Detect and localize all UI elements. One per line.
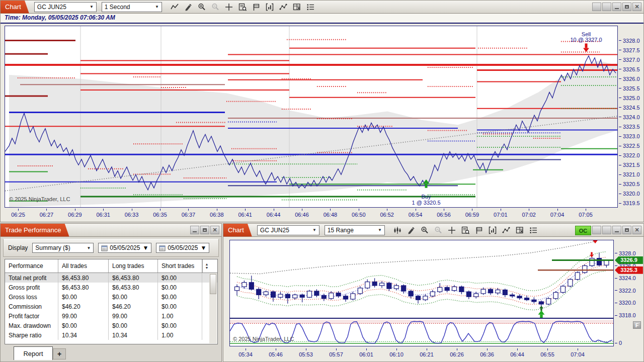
indicators-icon[interactable] [486, 225, 500, 236]
table-row[interactable]: Profit factor99.0099.001.00 [5, 311, 217, 321]
minimize-button[interactable] [612, 226, 621, 234]
strategies-icon[interactable] [277, 2, 290, 13]
price-tick-label: 3320.5 [619, 181, 640, 187]
add-tab-button[interactable]: + [53, 348, 66, 359]
price-tick-label: 3327.0 [619, 57, 640, 63]
chart-style-line-icon[interactable] [168, 2, 182, 13]
properties-list-icon[interactable] [304, 2, 317, 13]
table-row[interactable]: Gross profit$6,453.80$6,453.80$0.00 [5, 283, 217, 292]
pencil-icon[interactable] [182, 2, 195, 13]
column-header[interactable]: All trades [58, 259, 109, 273]
interval-selector[interactable]: 1 Second ▼ [102, 2, 162, 12]
column-header[interactable]: Long trades [109, 259, 158, 273]
maximize-button[interactable] [622, 3, 631, 11]
chart-toolbar [391, 225, 540, 236]
tab-report[interactable]: Report [14, 346, 53, 360]
close-button[interactable]: ✕ [632, 226, 641, 234]
column-header[interactable]: Performance [5, 259, 58, 273]
price-tick-label: 3326.0 [619, 76, 640, 82]
f-button[interactable]: F [633, 321, 641, 329]
maximize-button[interactable] [622, 226, 631, 234]
trade-performance-window: Trade Performance ✕ Display Summary ($) … [0, 223, 222, 362]
close-icon: ✕ [634, 4, 639, 10]
time-tick-label: 06:54 [409, 212, 423, 218]
minimize-button[interactable] [612, 3, 621, 11]
maximize-icon [625, 228, 629, 232]
price-alert-icon[interactable] [472, 225, 486, 236]
table-row[interactable]: Commission$46.20$46.20$0.00 [5, 302, 217, 311]
metric-name-cell: Total net profit [5, 273, 58, 283]
price-tick-label: 3320.0 [615, 300, 636, 306]
table-row[interactable]: Gross loss$0.00$0.00$0.00 [5, 292, 217, 302]
window-extra-button-1[interactable] [592, 3, 601, 11]
table-row[interactable]: Sharpe ratio10.3410.341.00 [5, 330, 217, 340]
analyzer-grid-icon[interactable] [290, 2, 304, 13]
chart-style-bars-icon[interactable] [391, 225, 405, 236]
minimize-button[interactable] [190, 226, 199, 234]
instrument-selector[interactable]: GC JUN25 ▼ [34, 2, 97, 12]
window-extra-button-1[interactable] [592, 226, 601, 234]
pencil-icon[interactable] [405, 225, 418, 236]
metric-value-cell: 99.00 [58, 311, 109, 321]
window-extra-button-2[interactable] [602, 3, 611, 11]
properties-list-icon[interactable] [527, 225, 540, 236]
date-to-picker[interactable]: 05/05/2025 ▼ [156, 243, 209, 253]
maximize-button[interactable] [200, 226, 209, 234]
chart-window-tab[interactable]: Chart [223, 224, 252, 237]
chart-window-tab[interactable]: Chart [1, 1, 29, 14]
crosshair-icon[interactable] [445, 225, 459, 236]
strategies-icon[interactable] [500, 225, 513, 236]
zoom-out-icon[interactable] [432, 225, 445, 236]
indicators-icon[interactable] [263, 2, 277, 13]
vertical-scrollbar[interactable] [209, 273, 217, 343]
date-from-picker[interactable]: 05/05/2025 ▼ [98, 243, 151, 253]
price-axis[interactable]: 3328.03326.03324.03322.03320.03318.03326… [615, 240, 644, 346]
price-tick-label: 3328.0 [619, 38, 640, 44]
instrument-value: GC JUN25 [260, 227, 289, 234]
cursor-time-status: Time: Monday, 05/05/2025 07:06:30 AM [1, 14, 643, 24]
zoom-out-icon[interactable] [209, 2, 222, 13]
time-tick-label: 07:04 [571, 351, 585, 357]
time-tick-label: 06:48 [324, 212, 338, 218]
display-mode-selector[interactable]: Summary ($) ▼ [32, 243, 94, 253]
interval-selector[interactable]: 15 Range ▼ [325, 225, 385, 235]
order-confirmation-toggle[interactable]: OC [575, 226, 591, 235]
metric-value-cell: $6,453.80 [109, 273, 158, 283]
trade-performance-tab[interactable]: Trade Performance [1, 224, 69, 237]
instrument-selector[interactable]: GC JUN25 ▼ [257, 225, 319, 235]
maximize-icon [203, 228, 207, 232]
table-row[interactable]: Max. drawdown$0.00$0.00$0.00 [5, 321, 217, 330]
window-extra-button-2[interactable] [602, 226, 611, 234]
price-tick-label: 3321.5 [619, 162, 640, 168]
scrollbar-thumb[interactable] [210, 274, 216, 294]
metric-value-cell: $0.00 [109, 321, 158, 330]
close-button[interactable]: ✕ [632, 3, 641, 11]
display-label: Display [8, 244, 28, 251]
analyzer-grid-icon[interactable] [513, 225, 527, 236]
candle-chart-canvas[interactable]: © 2025 NinjaTrader, LLC [229, 240, 614, 346]
price-chart-canvas[interactable]: Sell10 @ 3327.0Buy1 @ 3320.5© 2025 Ninja… [5, 26, 618, 208]
minimize-icon [615, 231, 619, 232]
header-spinner[interactable]: ▲▼ [202, 259, 211, 273]
data-box-icon[interactable] [236, 2, 250, 13]
metric-name-cell: Gross profit [5, 283, 58, 292]
price-tick-label: 3322.0 [615, 288, 636, 294]
price-axis[interactable]: 3328.03327.53327.03326.53326.03325.53325… [619, 26, 644, 208]
price-tick-label: 3323.5 [619, 124, 640, 130]
minimize-icon [193, 231, 197, 232]
column-header[interactable]: Short trades [158, 259, 202, 273]
time-axis[interactable]: 05:3405:4605:5305:5706:0106:1006:2106:26… [229, 348, 614, 360]
zoom-in-icon[interactable] [195, 2, 209, 13]
crosshair-icon[interactable] [222, 2, 236, 13]
price-tick-label: 3324.0 [619, 114, 640, 120]
time-tick-label: 06:35 [153, 212, 167, 218]
data-box-icon[interactable] [459, 225, 472, 236]
price-alert-icon[interactable] [250, 2, 263, 13]
zoom-in-icon[interactable] [418, 225, 432, 236]
close-button[interactable]: ✕ [210, 226, 219, 234]
chart-toolbar [168, 2, 317, 13]
table-row[interactable]: Total net profit$6,453.80$6,453.80$0.00 [5, 273, 217, 283]
time-axis[interactable]: 06:2506:2706:2906:3106:3306:3506:3706:38… [5, 209, 618, 221]
time-tick-label: 07:01 [494, 212, 508, 218]
minimize-icon [615, 8, 619, 9]
